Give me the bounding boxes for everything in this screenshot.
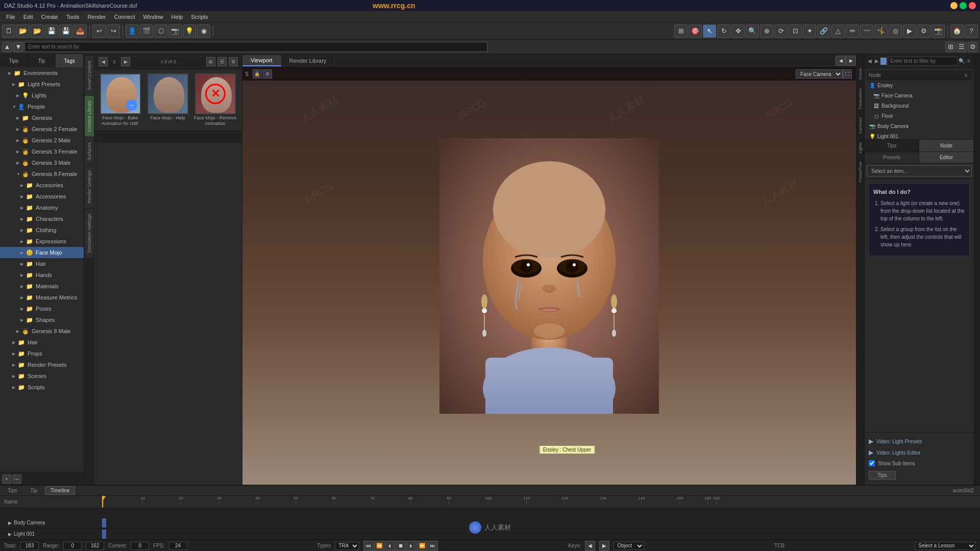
play-stop[interactable]: ⏹ (396, 541, 406, 551)
scene-ensley[interactable]: 👤 Ensley (867, 80, 972, 90)
object-select[interactable]: Object (614, 542, 644, 550)
options-button[interactable]: ⚙ (968, 42, 978, 52)
play-back[interactable]: ⏴ (385, 541, 395, 551)
content-item-help[interactable]: Face Mojo - Help (146, 73, 189, 127)
tab-render-library[interactable]: Render Library (281, 56, 335, 66)
universal-btn[interactable]: ✦ (803, 24, 816, 38)
right-search-input[interactable] (888, 57, 958, 66)
tree-environments[interactable]: ▶ 📁 Environments (0, 67, 84, 79)
tab-tags-left[interactable]: Tags (56, 54, 84, 67)
left-search-input[interactable] (24, 42, 487, 52)
tab-tip-left[interactable]: Tip (28, 54, 56, 67)
render-btn[interactable]: ▶ (903, 24, 916, 38)
menu-scripts[interactable]: Scripts (187, 13, 212, 21)
view-btn-2[interactable]: 🎯 (689, 24, 702, 38)
close-button[interactable] (969, 2, 976, 9)
pose-btn[interactable]: 🤸 (874, 24, 888, 38)
tree-people[interactable]: ▼ 👤 People (0, 101, 84, 112)
tree-scenes[interactable]: ▶ 📁 Scenes (0, 370, 84, 382)
tree-materials[interactable]: ▶ 📁 Materials (0, 281, 84, 292)
btab-timeline[interactable]: Timeline (45, 486, 75, 495)
play-forward[interactable]: ⏵ (406, 541, 416, 551)
tree-render-presets[interactable]: ▶ 📁 Render Presets (0, 359, 84, 370)
tree-shapes[interactable]: ▶ 📁 Shapes (0, 314, 84, 325)
track-content-light-001[interactable] (102, 529, 980, 539)
btab-tip[interactable]: Tip (25, 486, 43, 495)
show-sub-items-checkbox[interactable] (869, 460, 875, 466)
rvtab-cameras[interactable]: Cameras (857, 113, 864, 138)
rotate-btn[interactable]: ⟳ (774, 24, 788, 38)
tree-scripts[interactable]: ▶ 📁 Scripts (0, 382, 84, 393)
translate-btn[interactable]: ⊕ (760, 24, 773, 38)
tree-genesis2f[interactable]: ▶ 👩 Genesis 2 Female (0, 123, 84, 135)
total-input[interactable]: 183 (20, 542, 39, 550)
tree-props[interactable]: ▶ 📁 Props (0, 348, 84, 359)
tree-genesis3m[interactable]: ▶ 👨 Genesis 3 Male (0, 157, 84, 168)
zoom-view-btn[interactable]: 🔍 (746, 24, 759, 38)
content-nav-prev[interactable]: ◀ (99, 57, 108, 66)
vp-zoom-btn[interactable]: ⛶ (843, 69, 852, 79)
link-lights-editor[interactable]: ▶ Video: Lights Editor (869, 447, 970, 458)
vp-settings-btn[interactable]: ⚙ (263, 69, 272, 79)
shader-button[interactable]: ◉ (197, 24, 210, 38)
menu-file[interactable]: File (2, 13, 19, 21)
node-btn[interactable]: ◎ (889, 24, 902, 38)
tree-characters[interactable]: ▶ 📁 Characters (0, 213, 84, 224)
content-view-grid[interactable]: ⊞ (206, 57, 215, 66)
new-scene-button[interactable]: 🗒 (2, 24, 15, 38)
draw-btn[interactable]: ✏ (846, 24, 859, 38)
help-btn[interactable]: ? (965, 24, 978, 38)
vtab-smart-content[interactable]: Smart Content (85, 56, 94, 95)
lesson-select[interactable]: Select a Lesson (915, 542, 976, 550)
right-nav-prev[interactable]: ◀ (867, 58, 873, 65)
ptab-editor[interactable]: Editor (919, 152, 974, 163)
rotate-view-btn[interactable]: ↻ (717, 24, 730, 38)
range-start-input[interactable]: 0 (63, 542, 82, 550)
undo-button[interactable]: ↩ (92, 24, 106, 38)
track-content-body-camera[interactable] (102, 517, 980, 528)
scene-tree-options[interactable]: ≡ (963, 71, 970, 79)
add-item-button[interactable]: + (2, 474, 11, 484)
vtab-surfaces[interactable]: Surfaces (85, 138, 94, 165)
rvtab-powerposes[interactable]: PowerPose (857, 157, 864, 186)
minimize-button[interactable] (950, 2, 958, 9)
content-options[interactable]: ⚙ (229, 57, 238, 66)
maximize-button[interactable] (960, 2, 967, 9)
range-end-input[interactable]: 162 (86, 542, 104, 550)
export-button[interactable]: 📤 (74, 24, 87, 38)
tab-tips-left[interactable]: Tips (0, 54, 28, 67)
viewport-nav-left[interactable]: ◀ (836, 56, 846, 66)
menu-help[interactable]: Help (167, 13, 187, 21)
tree-hair[interactable]: ▶ 📁 Hair (0, 258, 84, 269)
light-add-button[interactable]: 💡 (183, 24, 196, 38)
menu-create[interactable]: Create (37, 13, 62, 21)
rvtab-scene[interactable]: Scene (857, 64, 864, 84)
pan-view-btn[interactable]: ✥ (731, 24, 745, 38)
camera-btn-2[interactable]: 📸 (932, 24, 945, 38)
menu-connect[interactable]: Connect (110, 13, 139, 21)
view-grid-button[interactable]: ⊞ (945, 42, 955, 52)
play-back-fast[interactable]: ⏪ (374, 541, 384, 551)
select-tool[interactable]: ↖ (703, 24, 716, 38)
vtab-render-settings[interactable]: Render Settings (85, 166, 94, 208)
play-to-start[interactable]: ⏮ (363, 541, 374, 551)
ptab-tips[interactable]: Tips (865, 140, 919, 152)
scene-body-camera[interactable]: 📷 Body Camera (867, 121, 972, 131)
scene-floor[interactable]: ◻ Floor (867, 111, 972, 121)
tree-genesis3f[interactable]: ▶ 👩 Genesis 3 Female (0, 146, 84, 157)
tree-anatomy[interactable]: ▶ 📁 Anatomy (0, 202, 84, 213)
tree-face-mojo[interactable]: ▶ 😊 Face Mojo (0, 247, 84, 258)
viewport-canvas[interactable]: 5 🔒 ⚙ Face Camera Body Camera ⛶ 人人素材 RRC… (242, 67, 856, 485)
right-nav-next[interactable]: ▶ (874, 58, 880, 65)
save-button[interactable]: 💾 (45, 24, 58, 38)
render-settings-btn[interactable]: ⚙ (917, 24, 930, 38)
view-btn-1[interactable]: ⊞ (674, 24, 688, 38)
scene-light-001[interactable]: 💡 Light 001 (867, 131, 972, 140)
tree-lights[interactable]: ▶ 💡 Lights (0, 90, 84, 101)
content-nav-next[interactable]: ▶ (121, 57, 130, 66)
playhead[interactable] (102, 496, 103, 508)
rvtab-parameters[interactable]: Parameters (857, 84, 864, 113)
keys-right-btn[interactable]: ▶ (599, 541, 609, 551)
link-light-presets[interactable]: ▶ Video: Light Presets (869, 436, 970, 447)
menu-tools[interactable]: Tools (62, 13, 84, 21)
